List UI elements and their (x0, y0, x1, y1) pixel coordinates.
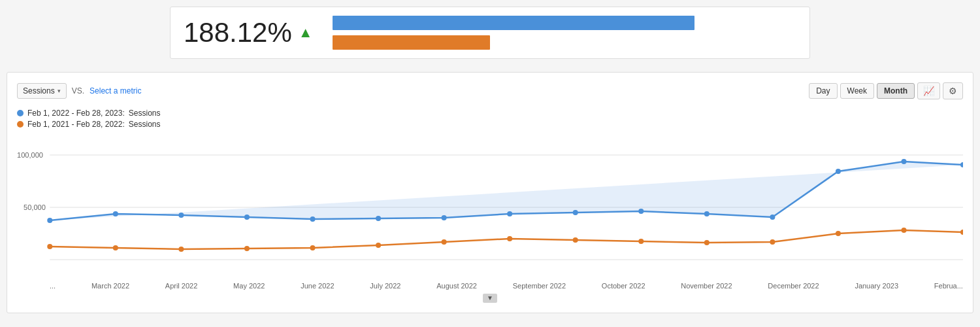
blue-dot (507, 211, 512, 216)
blue-dot (704, 211, 710, 216)
chart-svg: 100,000 50,000 (17, 135, 963, 279)
orange-dot (442, 239, 447, 245)
legend-dot-blue (17, 110, 24, 116)
x-label-12: Februa... (934, 282, 963, 290)
orange-dot (244, 246, 250, 251)
x-label-9: November 2022 (681, 282, 732, 290)
orange-dot (901, 228, 906, 233)
x-label-6: August 2022 (436, 282, 477, 290)
blue-dot (113, 211, 118, 216)
blue-dot (310, 216, 315, 222)
orange-dot (573, 237, 578, 243)
orange-dot (704, 240, 710, 245)
orange-line (50, 230, 963, 249)
legend-date-current: Feb 1, 2022 - Feb 28, 2023: (27, 109, 125, 118)
blue-dot (960, 162, 963, 167)
legend-metric-previous: Sessions (129, 120, 161, 129)
blue-dot (770, 215, 775, 220)
blue-dot (836, 169, 841, 174)
metric-dropdown[interactable]: Sessions ▾ (17, 83, 67, 99)
x-label-4: June 2022 (301, 282, 334, 290)
y-axis-mid: 50,000 (24, 203, 46, 211)
orange-dot (770, 239, 775, 245)
summary-card: 188.12% ▲ (170, 7, 810, 59)
blue-dot (244, 215, 250, 220)
orange-dot (960, 230, 963, 235)
day-button[interactable]: Day (809, 83, 837, 99)
blue-dot (573, 210, 578, 215)
vs-label: VS. (72, 86, 84, 95)
legend-row-previous: Feb 1, 2021 - Feb 28, 2022: Sessions (17, 120, 963, 129)
period-buttons: Day Week Month 📈 ⚙ (809, 82, 963, 99)
week-button[interactable]: Week (840, 83, 874, 99)
blue-dot (178, 213, 184, 218)
bar-orange (333, 35, 491, 50)
orange-dot (310, 245, 315, 250)
x-label-8: October 2022 (602, 282, 645, 290)
chart-container: Sessions ▾ VS. Select a metric Day Week … (7, 72, 973, 313)
comparison-bars (333, 16, 796, 50)
orange-dot (638, 239, 644, 244)
scatter-chart-icon[interactable]: ⚙ (943, 82, 963, 99)
blue-dot (901, 159, 906, 164)
chart-legend: Feb 1, 2022 - Feb 28, 2023: Sessions Feb… (17, 109, 963, 129)
blue-area-fill (50, 162, 963, 220)
x-label-1: March 2022 (91, 282, 129, 290)
orange-dot (836, 231, 841, 236)
y-axis-top: 100,000 (17, 151, 43, 159)
blue-dot (376, 216, 381, 221)
blue-dot (638, 209, 644, 214)
x-label-0: ... (50, 282, 56, 290)
x-label-7: September 2022 (513, 282, 566, 290)
month-button[interactable]: Month (877, 83, 915, 99)
blue-dot (442, 215, 447, 220)
x-label-10: December 2022 (768, 282, 819, 290)
blue-dot (47, 218, 52, 223)
bar-blue (333, 16, 694, 30)
chart-toolbar: Sessions ▾ VS. Select a metric Day Week … (17, 82, 963, 99)
trend-arrow-icon: ▲ (299, 24, 313, 41)
legend-metric-current: Sessions (129, 109, 161, 118)
scroll-down-button[interactable]: ▼ (483, 294, 497, 303)
chevron-down-icon: ▾ (57, 88, 61, 94)
x-label-5: July 2022 (370, 282, 400, 290)
orange-dot (507, 236, 512, 241)
x-axis: ... March 2022 April 2022 May 2022 June … (17, 282, 963, 290)
x-label-3: May 2022 (233, 282, 265, 290)
percentage-value: 188.12% (184, 17, 292, 48)
legend-row-current: Feb 1, 2022 - Feb 28, 2023: Sessions (17, 109, 963, 118)
x-label-11: January 2023 (855, 282, 898, 290)
orange-dot (376, 243, 381, 248)
legend-dot-orange (17, 121, 24, 128)
chart-area: 100,000 50,000 (17, 135, 963, 279)
orange-dot (113, 245, 118, 250)
orange-dot (178, 247, 184, 252)
line-chart-icon[interactable]: 📈 (917, 82, 940, 99)
orange-dot (47, 244, 52, 249)
metric-label: Sessions (23, 86, 55, 95)
x-axis-scroll: ▼ (17, 292, 963, 303)
select-metric-link[interactable]: Select a metric (90, 86, 141, 95)
legend-date-previous: Feb 1, 2021 - Feb 28, 2022: (27, 120, 125, 129)
x-label-2: April 2022 (165, 282, 198, 290)
